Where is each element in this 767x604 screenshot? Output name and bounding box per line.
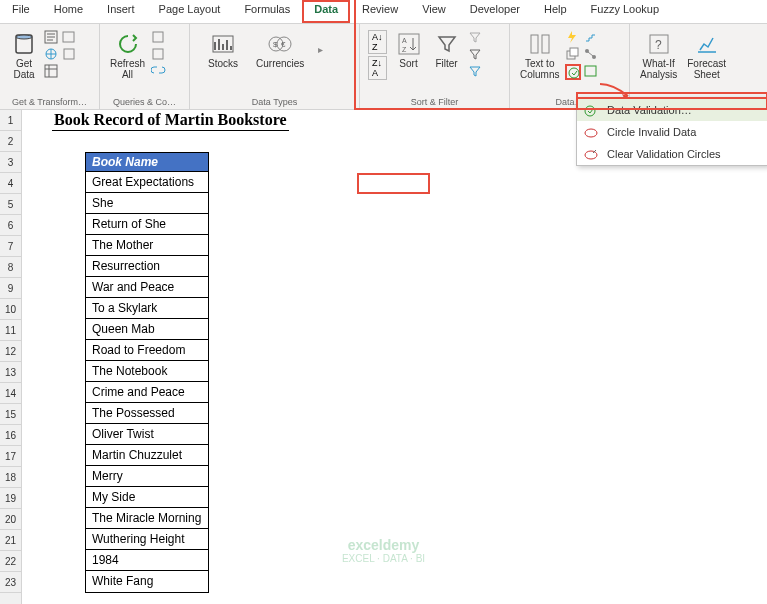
tab-formulas[interactable]: Formulas — [232, 0, 302, 23]
sort-az-icon[interactable]: A↓Z — [368, 30, 387, 54]
table-row[interactable]: Wuthering Height — [86, 529, 208, 550]
forecast-label: Forecast Sheet — [687, 58, 726, 80]
table-row[interactable]: White Fang — [86, 571, 208, 592]
existing-conn-icon[interactable] — [62, 47, 78, 63]
reapply-icon[interactable] — [467, 47, 483, 63]
row-header[interactable]: 21 — [0, 530, 21, 551]
selected-cell[interactable] — [357, 173, 430, 194]
properties-icon[interactable] — [151, 47, 167, 63]
chevron-right-icon[interactable]: ▸ — [318, 44, 323, 55]
from-text-icon[interactable] — [44, 30, 60, 46]
row-header[interactable]: 19 — [0, 488, 21, 509]
row-header[interactable]: 16 — [0, 425, 21, 446]
svg-rect-4 — [45, 65, 57, 77]
table-row[interactable]: Martin Chuzzulet — [86, 445, 208, 466]
table-row[interactable]: The Possessed — [86, 403, 208, 424]
dv-circle-label: Circle Invalid Data — [607, 126, 696, 138]
tab-review[interactable]: Review — [350, 0, 410, 23]
svg-rect-17 — [531, 35, 538, 53]
table-row[interactable]: 1984 — [86, 550, 208, 571]
clear-filter-icon[interactable] — [467, 30, 483, 46]
row-header[interactable]: 4 — [0, 173, 21, 194]
dv-data-validation-item[interactable]: Data Validation… — [577, 99, 767, 121]
row-header[interactable]: 10 — [0, 299, 21, 320]
table-row[interactable]: The Notebook — [86, 361, 208, 382]
table-row[interactable]: Great Expectations — [86, 172, 208, 193]
remove-dup-icon[interactable] — [565, 47, 581, 63]
data-validation-button[interactable] — [565, 64, 581, 80]
tab-view[interactable]: View — [410, 0, 458, 23]
currencies-button[interactable]: $€ Currencies — [252, 28, 308, 71]
table-row[interactable]: To a Skylark — [86, 298, 208, 319]
consolidate-icon[interactable] — [583, 30, 599, 46]
row-header[interactable]: 8 — [0, 257, 21, 278]
tab-data[interactable]: Data — [302, 0, 350, 23]
stocks-button[interactable]: Stocks — [204, 28, 242, 71]
filter-button[interactable]: Filter — [429, 28, 465, 82]
tab-file[interactable]: File — [0, 0, 42, 23]
table-row[interactable]: The Miracle Morning — [86, 508, 208, 529]
table-row[interactable]: War and Peace — [86, 277, 208, 298]
table-row[interactable]: Oliver Twist — [86, 424, 208, 445]
row-header[interactable]: 14 — [0, 383, 21, 404]
row-header[interactable]: 1 — [0, 110, 21, 131]
table-row[interactable]: Queen Mab — [86, 319, 208, 340]
row-header[interactable]: 7 — [0, 236, 21, 257]
table-row[interactable]: The Mother — [86, 235, 208, 256]
row-header[interactable]: 15 — [0, 404, 21, 425]
table-row[interactable]: She — [86, 193, 208, 214]
row-header[interactable]: 6 — [0, 215, 21, 236]
row-header[interactable]: 13 — [0, 362, 21, 383]
group-data-types: Data Types — [190, 97, 359, 107]
row-header[interactable]: 17 — [0, 446, 21, 467]
refresh-all-button[interactable]: Refresh All — [106, 28, 149, 82]
row-header[interactable]: 9 — [0, 278, 21, 299]
tab-home[interactable]: Home — [42, 0, 95, 23]
tab-fuzzy-lookup[interactable]: Fuzzy Lookup — [579, 0, 671, 23]
tab-help[interactable]: Help — [532, 0, 579, 23]
row-header[interactable]: 22 — [0, 551, 21, 572]
dv-clear-circles-item[interactable]: Clear Validation Circles — [577, 143, 767, 165]
table-row[interactable]: Road to Freedom — [86, 340, 208, 361]
get-data-button[interactable]: Get Data — [6, 28, 42, 82]
dv-clear-label: Clear Validation Circles — [607, 148, 721, 160]
watermark-brand: exceldemy — [342, 537, 425, 553]
text-to-columns-button[interactable]: Text to Columns — [516, 28, 563, 82]
table-row[interactable]: Return of She — [86, 214, 208, 235]
sort-za-icon[interactable]: Z↓A — [368, 56, 387, 80]
tab-developer[interactable]: Developer — [458, 0, 532, 23]
what-if-icon: ? — [645, 30, 673, 58]
table-row[interactable]: Merry — [86, 466, 208, 487]
row-header[interactable]: 23 — [0, 572, 21, 593]
svg-rect-18 — [542, 35, 549, 53]
what-if-button[interactable]: ? What-If Analysis — [636, 28, 681, 82]
data-model-icon[interactable] — [583, 64, 599, 80]
forecast-sheet-button[interactable]: Forecast Sheet — [683, 28, 730, 82]
filter-icon — [433, 30, 461, 58]
table-header[interactable]: Book Name — [86, 153, 208, 172]
row-header[interactable]: 20 — [0, 509, 21, 530]
sort-button[interactable]: AZ Sort — [391, 28, 427, 82]
from-table-icon[interactable] — [44, 64, 60, 80]
row-header[interactable]: 18 — [0, 467, 21, 488]
table-row[interactable]: Crime and Peace — [86, 382, 208, 403]
row-header[interactable]: 3 — [0, 152, 21, 173]
tab-insert[interactable]: Insert — [95, 0, 147, 23]
tab-page-layout[interactable]: Page Layout — [147, 0, 233, 23]
relationships-icon[interactable] — [583, 47, 599, 63]
table-row[interactable]: My Side — [86, 487, 208, 508]
flash-fill-icon[interactable] — [565, 30, 581, 46]
from-web-icon[interactable] — [44, 47, 60, 63]
row-header[interactable]: 11 — [0, 320, 21, 341]
table-row[interactable]: Resurrection — [86, 256, 208, 277]
svg-rect-7 — [153, 32, 163, 42]
recent-sources-icon[interactable] — [62, 30, 78, 46]
advanced-icon[interactable] — [467, 64, 483, 80]
refresh-icon — [114, 30, 142, 58]
row-header[interactable]: 12 — [0, 341, 21, 362]
row-header[interactable]: 2 — [0, 131, 21, 152]
dv-circle-invalid-item[interactable]: Circle Invalid Data — [577, 121, 767, 143]
edit-links-icon[interactable] — [151, 64, 167, 80]
queries-icon[interactable] — [151, 30, 167, 46]
row-header[interactable]: 5 — [0, 194, 21, 215]
